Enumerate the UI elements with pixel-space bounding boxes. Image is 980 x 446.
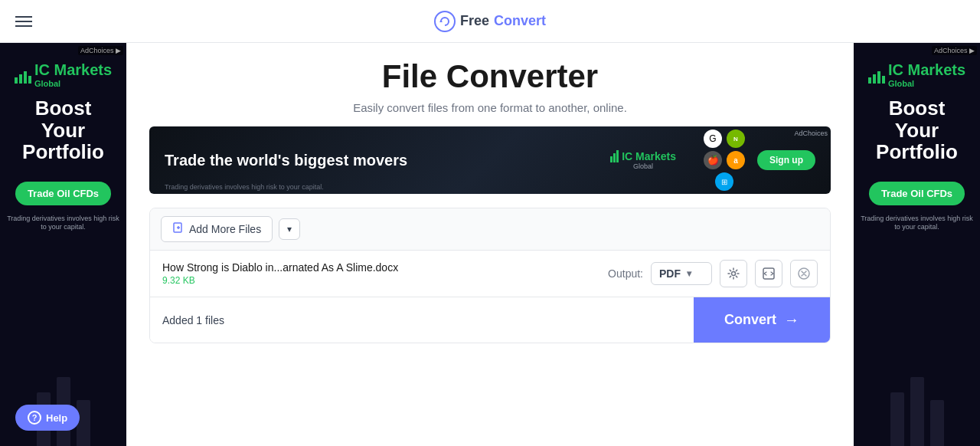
ad-banner-tech-icons: G N 🍎 a ⊞ [704, 130, 745, 191]
logo-text-free: Free [460, 13, 489, 29]
right-ad-choices: AdChoices ▶ [932, 46, 977, 55]
svg-point-4 [732, 272, 736, 276]
ad-banner-text: Trade the world's biggest movers [165, 152, 610, 169]
file-row: How Strong is Diablo in...arnated As A S… [150, 251, 830, 297]
output-select-arrow-icon: ▾ [687, 268, 691, 279]
dropdown-arrow-icon: ▾ [287, 224, 292, 234]
ad-banner-signup-area: Sign up [757, 150, 815, 170]
apple-icon: 🍎 [704, 151, 722, 169]
menu-button[interactable] [15, 16, 32, 27]
file-size: 9.32 KB [162, 275, 608, 286]
right-ad-brand-name: IC Markets [888, 61, 965, 79]
add-files-button[interactable]: Add More Files [161, 216, 273, 242]
ad-banner-brand-sub: Global [633, 162, 653, 170]
add-files-label: Add More Files [189, 223, 261, 235]
page-subtitle: Easily convert files from one format to … [149, 101, 831, 114]
output-section: Output: PDF ▾ [608, 260, 818, 287]
add-files-dropdown-button[interactable]: ▾ [279, 218, 300, 240]
right-ad-brand: IC Markets Global [868, 61, 965, 88]
files-count: Added 1 files [150, 314, 694, 326]
convert-button[interactable]: Convert → [694, 297, 830, 343]
logo-icon [434, 11, 456, 32]
logo-text-convert: Convert [494, 13, 546, 29]
ad-banner-brand: IC Markets Global [610, 150, 676, 170]
header: FreeConvert [0, 0, 980, 43]
ad-banner-choices: AdChoices [794, 130, 828, 137]
center-content: File Converter Easily convert files from… [126, 43, 854, 446]
right-ad-bars-icon [868, 67, 885, 84]
ad-banner: AdChoices Trade the world's biggest move… [149, 126, 831, 194]
right-ad-brand-sub: Global [888, 79, 965, 88]
right-ad: AdChoices ▶ IC Markets Global BoostYourP… [854, 43, 980, 446]
output-format-value: PDF [659, 267, 681, 280]
convert-arrow-icon: → [784, 311, 799, 329]
converter-area: Add More Files ▾ How Strong is Diablo in… [149, 208, 831, 343]
ad-banner-signup-btn[interactable]: Sign up [757, 150, 815, 170]
settings-button[interactable] [720, 260, 747, 287]
convert-label: Convert [724, 312, 776, 328]
nvidia-icon: N [727, 130, 745, 148]
left-ad-brand-sub: Global [34, 79, 112, 88]
logo: FreeConvert [434, 11, 546, 32]
bottom-row: Added 1 files Convert → [150, 297, 830, 343]
windows-icon: ⊞ [715, 172, 733, 191]
left-ad-brand-name: IC Markets [34, 61, 112, 79]
help-button[interactable]: ? Help [15, 405, 80, 431]
ad-banner-brand-name: IC Markets [622, 150, 676, 162]
remove-file-button[interactable] [790, 260, 818, 287]
output-label: Output: [608, 267, 643, 280]
page-title: File Converter [149, 58, 831, 95]
left-ad-brand: IC Markets Global [15, 61, 112, 88]
left-ad-cta[interactable]: Trade Oil CFDs [15, 182, 111, 205]
right-ad-disclaimer: Trading derivatives involves high risk t… [860, 215, 974, 232]
svg-marker-0 [439, 20, 443, 22]
code-button[interactable] [755, 260, 782, 287]
file-name: How Strong is Diablo in...arnated As A S… [162, 261, 608, 274]
output-format-select[interactable]: PDF ▾ [651, 262, 712, 285]
right-ad-heading: BoostYourPortfolio [876, 97, 958, 163]
right-ad-decoration [854, 369, 980, 446]
toolbar: Add More Files ▾ [150, 208, 830, 251]
google-icon: G [704, 130, 722, 148]
left-ad-disclaimer: Trading derivatives involves high risk t… [6, 215, 120, 232]
help-label: Help [46, 412, 67, 424]
main-layout: AdChoices ▶ IC Markets Global BoostYourP… [0, 43, 980, 446]
file-info: How Strong is Diablo in...arnated As A S… [162, 261, 608, 286]
amazon-icon: a [727, 151, 745, 169]
left-ad-choices: AdChoices ▶ [78, 46, 123, 55]
ad-banner-disclaimer: Trading derivatives involves high risk t… [165, 183, 324, 191]
help-question-icon: ? [28, 411, 41, 425]
left-ad-heading: BoostYourPortfolio [22, 97, 104, 163]
left-ad: AdChoices ▶ IC Markets Global BoostYourP… [0, 43, 126, 446]
right-ad-cta[interactable]: Trade Oil CFDs [869, 182, 965, 205]
add-files-icon [172, 221, 185, 237]
left-ad-bars-icon [15, 67, 31, 84]
svg-rect-5 [763, 268, 774, 279]
